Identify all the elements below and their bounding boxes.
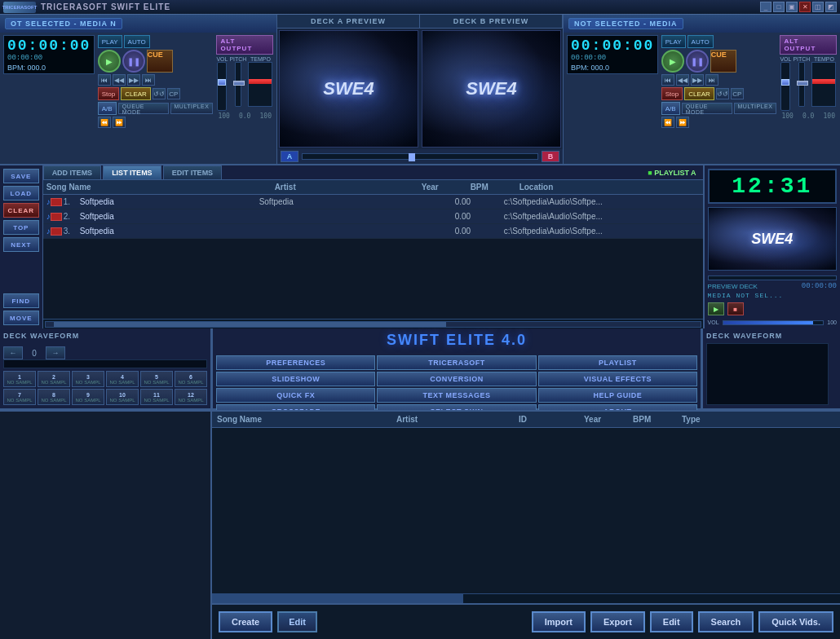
crossfader[interactable] xyxy=(302,153,538,160)
deck-a-cue-button[interactable]: CUE xyxy=(147,50,173,73)
menu-quick-fx[interactable]: QUICK FX xyxy=(216,388,375,403)
deck-a-prev2-btn[interactable]: ◀◀ xyxy=(113,74,126,86)
deck-a-queue-btn[interactable]: QUEUE MODE xyxy=(118,103,169,114)
ab-a-button[interactable]: A xyxy=(281,151,298,162)
load-button[interactable]: LOAD xyxy=(3,186,39,201)
minimize-button[interactable]: _ xyxy=(760,2,771,12)
waveform-prev-btn[interactable]: ← xyxy=(3,346,23,359)
deck-a-multiplex-btn[interactable]: MULTIPLEX xyxy=(170,103,214,114)
deck-b-nav2-btn[interactable]: ⏩ xyxy=(676,117,689,128)
deck-a-auto-btn[interactable]: AUTO xyxy=(124,35,150,48)
top-button[interactable]: TOP xyxy=(3,220,39,235)
sampler-pad-8[interactable]: 8 NO SAMPL xyxy=(38,389,70,405)
playlist-scrollbar[interactable] xyxy=(43,319,703,328)
deck-b-cue-button[interactable]: CUE xyxy=(710,50,736,73)
table-row[interactable]: ♪ 2. Softpedia 0.00 c:\Softpedia\Audio\S… xyxy=(43,209,703,224)
ab-b-button[interactable]: B xyxy=(542,151,559,162)
preview-deck-slider[interactable] xyxy=(708,275,837,280)
preview-play-btn[interactable]: ▶ xyxy=(708,302,724,315)
deck-b-loop-btn[interactable]: ↺↺ xyxy=(716,88,729,99)
menu-preferences[interactable]: PREFERENCES xyxy=(216,355,375,370)
export-button[interactable]: Export xyxy=(590,611,645,632)
menu-slideshow[interactable]: SLIDESHOW xyxy=(216,372,375,386)
deck-a-alt-output-btn[interactable]: ALT OUTPUT xyxy=(216,35,273,55)
table-row[interactable]: ♪ 1. Softpedia Softpedia 0.00 c:\Softped… xyxy=(43,195,703,209)
sampler-pad-1[interactable]: 1 NO SAMPL xyxy=(3,371,36,387)
search-button[interactable]: Search xyxy=(698,611,754,632)
preview-vol-slider[interactable] xyxy=(723,320,825,325)
deck-a-pause-button[interactable]: ❚❚ xyxy=(122,50,145,73)
sampler-pad-6[interactable]: 6 NO SAMPL xyxy=(175,371,207,387)
menu-help-guide[interactable]: HELP GUIDE xyxy=(538,388,697,403)
deck-b-play-label-btn[interactable]: PLAY xyxy=(661,35,686,48)
deck-a-pitch-thumb[interactable] xyxy=(233,81,245,86)
deck-a-nav1-btn[interactable]: ⏪ xyxy=(98,117,111,128)
menu-conversion[interactable]: CONVERSION xyxy=(377,372,536,386)
deck-b-pause-button[interactable]: ❚❚ xyxy=(686,50,709,73)
deck-b-alt-output-btn[interactable]: ALT OUTPUT xyxy=(780,35,837,55)
sampler-pad-3[interactable]: 3 NO SAMPL xyxy=(72,371,104,387)
deck-b-vol-slider[interactable] xyxy=(780,62,790,111)
move-button[interactable]: MOVE xyxy=(3,311,39,325)
menu-text-messages[interactable]: TEXT MESSAGES xyxy=(377,388,536,403)
deck-a-nav2-btn[interactable]: ⏩ xyxy=(113,117,126,128)
deck-a-loop-btn[interactable]: ↺↺ xyxy=(153,88,166,99)
deck-b-pitch-slider[interactable] xyxy=(798,62,805,107)
deck-b-play-button[interactable]: ▶ xyxy=(661,50,684,73)
table-row[interactable]: ♪ 3. Softpedia 0.00 c:\Softpedia\Audio\S… xyxy=(43,224,703,239)
edit-right-button[interactable]: Edit xyxy=(650,611,693,632)
next-button[interactable]: NEXT xyxy=(3,237,39,252)
tab-list-items[interactable]: LIST ITEMS xyxy=(103,165,161,179)
quick-vids-button[interactable]: Quick Vids. xyxy=(758,611,833,632)
sampler-pad-12[interactable]: 12 NO SAMPL xyxy=(175,389,207,405)
maximize-button[interactable]: □ xyxy=(773,2,785,12)
deck-b-prev2-btn[interactable]: ◀◀ xyxy=(676,74,689,86)
deck-b-pitch-thumb[interactable] xyxy=(797,81,808,86)
deck-b-prev-btn[interactable]: ⏮ xyxy=(661,74,674,86)
menu-tricerasoft[interactable]: TRICERASOFT xyxy=(377,355,536,370)
tab-edit-items[interactable]: EDIT ITEMS xyxy=(163,165,223,179)
deck-a-ab-btn[interactable]: A/B xyxy=(98,102,117,115)
find-button[interactable]: FIND xyxy=(3,293,39,308)
restore-button[interactable]: ▣ xyxy=(786,2,798,12)
menu-playlist[interactable]: PLAYLIST xyxy=(538,355,697,370)
deck-b-cp-btn[interactable]: CP xyxy=(731,88,744,99)
preview-stop-btn[interactable]: ■ xyxy=(727,302,744,315)
deck-a-stop-btn[interactable]: Stop xyxy=(98,87,119,100)
deck-a-pitch-slider[interactable] xyxy=(235,62,241,107)
deck-b-next2-btn[interactable]: ▶▶ xyxy=(691,74,704,86)
menu-visual-effects[interactable]: VISUAL EFFECTS xyxy=(538,372,697,386)
import-button[interactable]: Import xyxy=(532,611,586,632)
deck-a-prev-btn[interactable]: ⏮ xyxy=(98,74,111,86)
deck-a-vol-thumb[interactable] xyxy=(218,79,226,86)
deck-a-play-btn[interactable]: PLAY xyxy=(98,35,122,48)
deck-b-vol-thumb[interactable] xyxy=(781,79,789,86)
deck-a-next2-btn[interactable]: ▶▶ xyxy=(127,74,140,86)
deck-b-next-btn[interactable]: ⏭ xyxy=(705,74,718,86)
close-button[interactable]: ✕ xyxy=(799,2,811,12)
tab-add-items[interactable]: ADD ITEMS xyxy=(43,165,102,179)
deck-b-ab-btn[interactable]: A/B xyxy=(661,102,680,115)
save-button[interactable]: SAVE xyxy=(3,169,39,183)
deck-b-auto-btn[interactable]: AUTO xyxy=(687,35,714,48)
sampler-pad-5[interactable]: 5 NO SAMPL xyxy=(140,371,173,387)
deck-a-vol-slider[interactable] xyxy=(217,62,227,111)
sampler-pad-2[interactable]: 2 NO SAMPL xyxy=(38,371,70,387)
deck-a-cp-btn[interactable]: CP xyxy=(167,88,180,99)
deck-b-queue-btn[interactable]: QUEUE MODE xyxy=(682,103,732,114)
deck-b-nav1-btn[interactable]: ⏪ xyxy=(661,117,674,128)
deck-a-next-btn[interactable]: ⏭ xyxy=(142,74,155,86)
deck-a-clear-btn[interactable]: CLEAR xyxy=(121,87,151,100)
sampler-pad-9[interactable]: 9 NO SAMPL xyxy=(72,389,104,405)
create-button[interactable]: Create xyxy=(219,611,272,632)
clear-button[interactable]: CLEAR xyxy=(3,203,39,218)
edit-left-button[interactable]: Edit xyxy=(277,611,317,632)
library-scroll-thumb[interactable] xyxy=(212,594,463,603)
scrollbar-track[interactable] xyxy=(45,321,701,328)
deck-b-multiplex-btn[interactable]: MULTIPLEX xyxy=(734,103,777,114)
library-scrollbar[interactable] xyxy=(212,593,840,603)
sampler-pad-7[interactable]: 7 NO SAMPL xyxy=(3,389,36,405)
waveform-next-btn[interactable]: → xyxy=(46,346,65,359)
scrollbar-thumb[interactable] xyxy=(54,322,447,327)
sampler-pad-4[interactable]: 4 NO SAMPL xyxy=(106,371,139,387)
